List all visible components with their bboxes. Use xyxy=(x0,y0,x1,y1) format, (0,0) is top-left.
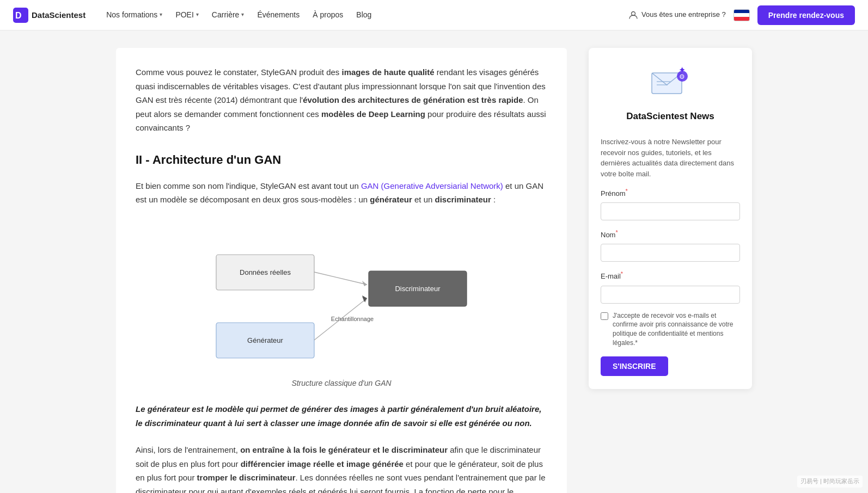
navbar: D DataScientest Nos formations ▾ POEI ▾ … xyxy=(0,0,868,30)
nav-carriere[interactable]: Carrière ▾ xyxy=(206,5,250,24)
diagram-container: Données réelles Générateur Discriminateu… xyxy=(136,222,547,389)
prenom-label: Prénom* xyxy=(601,187,740,200)
newsletter-title: DataScientest News xyxy=(626,109,714,124)
article-para-1: Comme vous pouvez le constater, StyleGAN… xyxy=(136,65,547,135)
article-para-3: Ainsi, lors de l'entrainement, on entraî… xyxy=(136,443,547,493)
language-flag[interactable] xyxy=(733,9,750,21)
svg-text:D: D xyxy=(15,11,22,20)
enterprise-icon xyxy=(628,10,638,20)
email-input[interactable] xyxy=(601,286,740,304)
section-title: II - Architecture d'un GAN xyxy=(136,150,547,169)
svg-line-9 xyxy=(314,272,367,285)
rdv-button[interactable]: Prendre rendez-vous xyxy=(757,5,855,25)
prenom-input[interactable] xyxy=(601,202,740,220)
svg-text:Données réelles: Données réelles xyxy=(240,268,291,276)
nom-input[interactable] xyxy=(601,244,740,262)
subscribe-button[interactable]: S'INSCRIRE xyxy=(601,356,668,376)
svg-marker-14 xyxy=(362,295,367,302)
main-content: Comme vous pouvez le constater, StyleGAN… xyxy=(116,48,567,493)
consent-label[interactable]: J'accepte de recevoir vos e-mails et con… xyxy=(613,311,740,348)
logo-text: DataScientest xyxy=(32,9,85,22)
svg-text:Echantillonnage: Echantillonnage xyxy=(331,316,374,322)
nom-group: Nom* xyxy=(601,228,740,262)
chevron-down-icon: ▾ xyxy=(241,10,244,19)
nav-evenements[interactable]: Événements xyxy=(252,5,305,24)
article-para-2: Et bien comme son nom l'indique, StyleGA… xyxy=(136,179,547,207)
nav-links: Nos formations ▾ POEI ▾ Carrière ▾ Événe… xyxy=(101,5,613,24)
diagram-caption: Structure classique d'un GAN xyxy=(291,377,391,389)
nom-label: Nom* xyxy=(601,228,740,241)
email-group: E-mail* xyxy=(601,269,740,303)
enterprise-link[interactable]: Vous êtes une entreprise ? xyxy=(628,9,726,21)
consent-group: J'accepte de recevoir vos e-mails et con… xyxy=(601,311,740,348)
gan-diagram: Données réelles Générateur Discriminateu… xyxy=(200,222,483,373)
nav-right: Vous êtes une entreprise ? Prendre rende… xyxy=(628,5,855,25)
nav-a-propos[interactable]: À propos xyxy=(307,5,349,24)
chevron-down-icon: ▾ xyxy=(160,10,162,19)
chevron-down-icon: ▾ xyxy=(196,10,199,19)
prenom-group: Prénom* xyxy=(601,187,740,220)
svg-text:Générateur: Générateur xyxy=(247,336,283,344)
newsletter-card: ✦ ⚙ DataScientest News Inscrivez-vous à … xyxy=(589,48,752,389)
nav-nos-formations[interactable]: Nos formations ▾ xyxy=(101,5,168,24)
newsletter-header: ✦ ⚙ DataScientest News xyxy=(601,61,740,128)
gan-link[interactable]: GAN (Generative Adversiarial Network) xyxy=(361,181,503,190)
consent-checkbox[interactable] xyxy=(601,312,608,320)
newsletter-icon: ✦ ⚙ xyxy=(649,61,692,104)
logo[interactable]: D DataScientest xyxy=(13,8,85,23)
sidebar: ✦ ⚙ DataScientest News Inscrivez-vous à … xyxy=(589,48,752,493)
page-wrapper: Comme vous pouvez le constater, StyleGAN… xyxy=(107,30,761,493)
email-label: E-mail* xyxy=(601,269,740,282)
nav-poei[interactable]: POEI ▾ xyxy=(170,5,204,24)
blockquote: Le générateur est le modèle qui permet d… xyxy=(136,402,547,430)
svg-text:Discriminateur: Discriminateur xyxy=(395,285,441,293)
svg-text:⚙: ⚙ xyxy=(679,73,685,81)
watermark: 刃易号 | 时尚玩家岳示 xyxy=(797,476,863,488)
newsletter-desc: Inscrivez-vous à notre Newsletter pour r… xyxy=(601,137,740,179)
nav-blog[interactable]: Blog xyxy=(351,5,377,24)
